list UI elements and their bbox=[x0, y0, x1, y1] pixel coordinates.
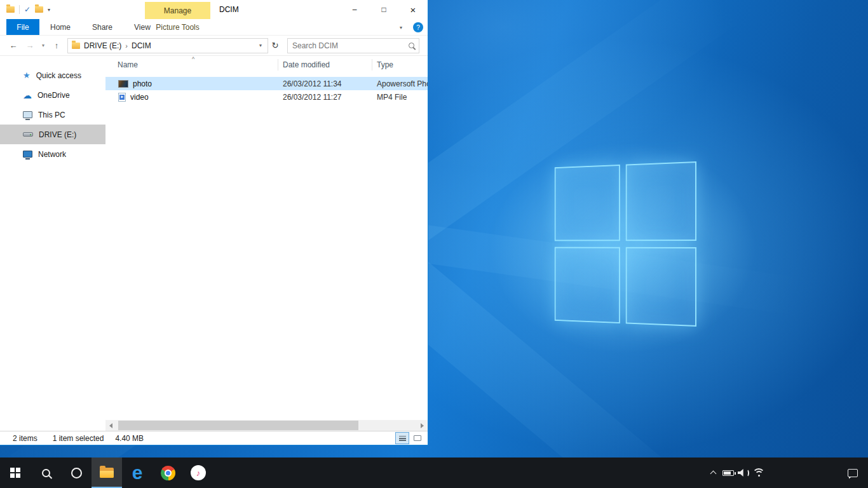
window-title: DCIM bbox=[219, 0, 239, 19]
properties-icon[interactable]: ✓ bbox=[24, 6, 31, 13]
edge-button[interactable]: e bbox=[122, 458, 153, 488]
file-explorer-icon bbox=[100, 468, 114, 478]
qat-customize-icon[interactable]: ▾ bbox=[48, 7, 50, 13]
edge-icon: e bbox=[132, 463, 143, 482]
type-cell: MP4 File bbox=[372, 93, 428, 102]
address-row: ← → ▾ ↑ DRIVE (E:) › DCIM ▾ ↻ bbox=[0, 36, 428, 56]
large-icons-view-icon bbox=[414, 435, 421, 441]
manage-contextual-group[interactable]: Manage bbox=[145, 2, 210, 19]
item-count: 2 items bbox=[13, 434, 37, 443]
itunes-button[interactable]: ♪ bbox=[183, 458, 214, 488]
tray-spacer bbox=[766, 458, 837, 488]
qat-divider bbox=[19, 5, 20, 14]
column-header-row: ^ Name Date modified Type bbox=[105, 56, 428, 74]
chrome-button[interactable] bbox=[153, 458, 183, 488]
file-rows: photo 26/03/2012 11:34 Apowersoft Pho vi… bbox=[105, 77, 428, 104]
start-button[interactable] bbox=[0, 458, 31, 488]
name-cell: video bbox=[105, 93, 278, 102]
search-icon[interactable] bbox=[409, 43, 414, 48]
breadcrumb-dcim[interactable]: DCIM bbox=[128, 41, 155, 50]
sidebar-item-this-pc[interactable]: This PC bbox=[0, 105, 105, 125]
volume-button[interactable] bbox=[736, 458, 751, 488]
file-row-video[interactable]: video 26/03/2012 11:27 MP4 File bbox=[105, 90, 428, 104]
tray-expand-button[interactable] bbox=[705, 458, 721, 488]
window-folder-icon[interactable] bbox=[6, 6, 15, 13]
scrollbar-thumb[interactable] bbox=[118, 421, 358, 430]
column-header-type[interactable]: Type bbox=[372, 60, 428, 69]
explorer-window: ✓ ▾ Manage DCIM – □ × File Home Share Vi… bbox=[0, 0, 428, 445]
sidebar-item-label: OneDrive bbox=[37, 91, 70, 100]
details-view-button[interactable] bbox=[396, 433, 409, 444]
tab-home[interactable]: Home bbox=[39, 19, 81, 35]
date-cell: 26/03/2012 11:34 bbox=[278, 79, 372, 88]
sidebar-item-label: Quick access bbox=[36, 71, 81, 80]
sidebar-item-label: This PC bbox=[38, 111, 65, 119]
scrollbar-spacer bbox=[0, 420, 105, 431]
date-cell: 26/03/2012 11:27 bbox=[278, 93, 372, 102]
scroll-right-button[interactable] bbox=[417, 420, 428, 431]
sidebar-item-drive-e[interactable]: DRIVE (E:) bbox=[0, 125, 105, 144]
sidebar-item-quick-access[interactable]: ★ Quick access bbox=[0, 65, 105, 85]
status-bar: 2 items 1 item selected 4.40 MB bbox=[0, 431, 428, 445]
close-button[interactable]: × bbox=[398, 0, 428, 19]
itunes-icon: ♪ bbox=[191, 465, 206, 480]
up-button[interactable]: ↑ bbox=[48, 37, 65, 54]
system-tray bbox=[705, 458, 868, 488]
maximize-button[interactable]: □ bbox=[369, 0, 398, 19]
cloud-icon: ☁ bbox=[23, 91, 32, 100]
minimize-button[interactable]: – bbox=[340, 0, 369, 19]
action-center-icon bbox=[848, 469, 858, 477]
scroll-left-button[interactable] bbox=[105, 420, 116, 431]
search-box bbox=[287, 38, 419, 53]
tab-picture-tools[interactable]: Picture Tools bbox=[145, 19, 210, 36]
battery-button[interactable] bbox=[721, 458, 736, 488]
star-icon: ★ bbox=[23, 71, 31, 79]
video-file-icon bbox=[118, 93, 126, 102]
back-button[interactable]: ← bbox=[5, 37, 22, 54]
sidebar-item-network[interactable]: Network bbox=[0, 144, 105, 164]
logo-pane bbox=[626, 247, 696, 327]
forward-button[interactable]: → bbox=[22, 37, 38, 54]
type-cell: Apowersoft Pho bbox=[372, 79, 428, 88]
column-divider[interactable] bbox=[372, 59, 372, 71]
selection-size: 4.40 MB bbox=[115, 434, 144, 443]
address-dropdown-icon[interactable]: ▾ bbox=[255, 43, 266, 48]
chevron-up-icon bbox=[710, 471, 716, 477]
search-input[interactable] bbox=[292, 41, 409, 50]
tab-share[interactable]: Share bbox=[81, 19, 123, 35]
battery-icon bbox=[722, 470, 734, 476]
tab-file[interactable]: File bbox=[6, 19, 39, 35]
main-area: ★ Quick access ☁ OneDrive This PC DRIVE … bbox=[0, 56, 428, 420]
network-button[interactable] bbox=[751, 458, 766, 488]
breadcrumb-drive[interactable]: DRIVE (E:) bbox=[80, 41, 125, 50]
sidebar-item-onedrive[interactable]: ☁ OneDrive bbox=[0, 85, 105, 105]
search-icon bbox=[42, 469, 50, 477]
new-folder-icon[interactable] bbox=[35, 6, 43, 13]
cortana-icon bbox=[71, 468, 82, 478]
pc-icon bbox=[23, 111, 32, 118]
help-button[interactable]: ? bbox=[413, 22, 423, 32]
ribbon-collapse-icon[interactable]: ▾ bbox=[395, 19, 407, 36]
taskbar-search-button[interactable] bbox=[31, 458, 61, 488]
address-bar[interactable]: DRIVE (E:) › DCIM ▾ bbox=[67, 38, 268, 53]
ribbon-tab-row: File Home Share View Picture Tools ▾ ? bbox=[0, 19, 428, 36]
recent-locations-icon[interactable]: ▾ bbox=[38, 37, 48, 54]
horizontal-scrollbar[interactable] bbox=[105, 420, 428, 431]
taskbar: e ♪ bbox=[0, 458, 868, 488]
sort-ascending-icon: ^ bbox=[192, 56, 194, 62]
large-icons-view-button[interactable] bbox=[411, 433, 424, 444]
column-divider[interactable] bbox=[278, 59, 278, 71]
column-header-date-modified[interactable]: Date modified bbox=[278, 60, 372, 69]
file-row-photo[interactable]: photo 26/03/2012 11:34 Apowersoft Pho bbox=[105, 77, 428, 90]
file-explorer-button[interactable] bbox=[92, 458, 122, 488]
action-center-button[interactable] bbox=[837, 458, 868, 488]
details-view-icon bbox=[399, 436, 406, 441]
cortana-button[interactable] bbox=[61, 458, 92, 488]
view-toggles bbox=[396, 433, 424, 444]
drive-icon bbox=[23, 132, 33, 137]
logo-pane bbox=[555, 247, 620, 323]
name-cell: photo bbox=[105, 79, 278, 88]
logo-pane bbox=[626, 161, 696, 241]
refresh-button[interactable]: ↻ bbox=[268, 38, 282, 53]
photo-file-icon bbox=[118, 80, 128, 88]
